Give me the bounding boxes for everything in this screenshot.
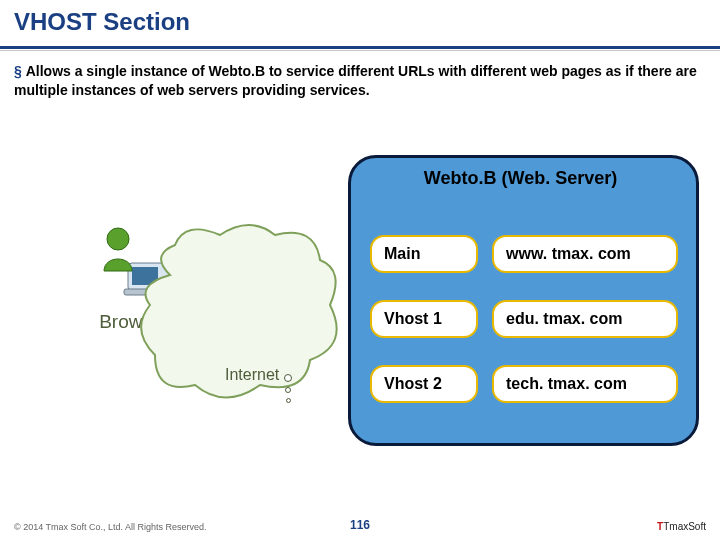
brand-logo-text: TmaxSoft [663,521,706,532]
internet-label: Internet [225,366,279,384]
brand-logo: TTmaxSoft [657,521,706,532]
vhost-row-left: Main [370,235,478,273]
title-rule-thick [0,46,720,49]
description: § Allows a single instance of Webto.B to… [14,62,706,100]
vhost-row-left: Vhost 2 [370,365,478,403]
vhost-row-right: www. tmax. com [492,235,678,273]
svg-point-3 [107,228,129,250]
vhost-row-right: tech. tmax. com [492,365,678,403]
bullet-icon: § [14,63,22,79]
connection-dots-icon [284,370,292,408]
description-text: Allows a single instance of Webto.B to s… [14,63,697,98]
vhost-row-left: Vhost 1 [370,300,478,338]
title-rule-thin [0,50,720,51]
vhost-row-right: edu. tmax. com [492,300,678,338]
page-number: 116 [0,518,720,532]
server-box-title: Webto.B (Web. Server) [348,168,693,189]
slide-title: VHOST Section [14,8,190,36]
